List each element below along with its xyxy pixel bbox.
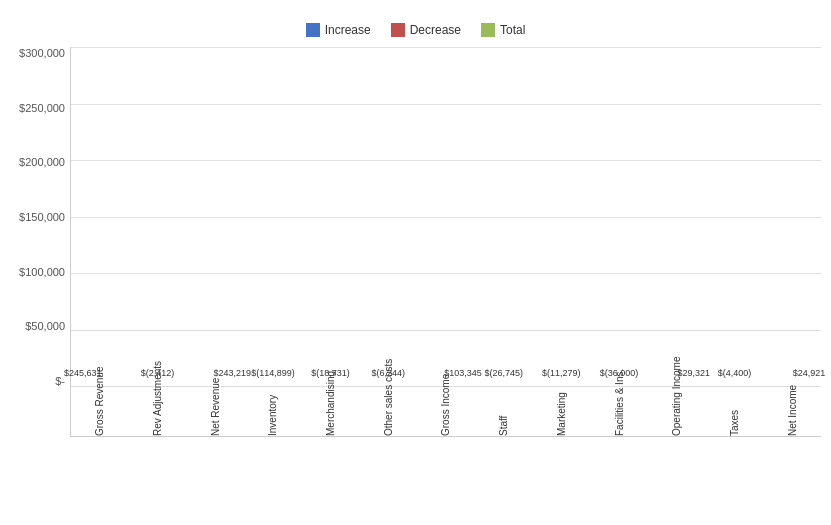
x-label-group: Net Revenue <box>186 386 244 436</box>
y-axis-label: $300,000 <box>19 47 65 59</box>
y-axis-label: $200,000 <box>19 156 65 168</box>
bar-value-label: $(4,400) <box>718 368 752 378</box>
x-label-group: Other sales costs <box>359 386 417 436</box>
x-axis-label: Rev Adjustments <box>152 391 163 436</box>
x-axis-label: Gross Income <box>440 391 451 436</box>
bars-area: $245,631$(2,412)$243,219$(114,899)$(18,7… <box>71 47 821 386</box>
legend-label: Total <box>500 23 525 37</box>
x-axis-label: Facilities & Ins. <box>614 391 625 436</box>
y-axis: $300,000$250,000$200,000$150,000$100,000… <box>10 47 70 437</box>
bar-value-label: $29,321 <box>677 368 710 378</box>
x-axis-label: Staff <box>498 391 509 436</box>
x-label-group: Facilities & Ins. <box>590 386 648 436</box>
legend-item: Total <box>481 23 525 37</box>
x-label-group: Net Income <box>763 386 821 436</box>
x-label-group: Rev Adjustments <box>129 386 187 436</box>
x-axis-label: Taxes <box>729 391 740 436</box>
x-label-group: Taxes <box>706 386 764 436</box>
bar-value-label: $24,921 <box>793 368 826 378</box>
x-label-group: Gross Revenue <box>71 386 129 436</box>
x-axis-label: Other sales costs <box>383 391 394 436</box>
legend-label: Increase <box>325 23 371 37</box>
y-axis-label: $250,000 <box>19 102 65 114</box>
legend-label: Decrease <box>410 23 461 37</box>
y-axis-label: $100,000 <box>19 266 65 278</box>
y-axis-label: $50,000 <box>25 320 65 332</box>
x-label-group: Staff <box>475 386 533 436</box>
chart-area: $300,000$250,000$200,000$150,000$100,000… <box>10 47 821 437</box>
chart-container: IncreaseDecreaseTotal $300,000$250,000$2… <box>0 0 831 525</box>
chart-body: $245,631$(2,412)$243,219$(114,899)$(18,7… <box>70 47 821 437</box>
legend-color-blue <box>306 23 320 37</box>
x-label-group: Merchandising <box>302 386 360 436</box>
x-axis-label: Operating Income <box>671 391 682 436</box>
legend-item: Increase <box>306 23 371 37</box>
x-axis-label: Marketing <box>556 391 567 436</box>
x-label-group: Gross Income <box>417 386 475 436</box>
y-axis-label: $150,000 <box>19 211 65 223</box>
x-axis-label: Inventory <box>267 391 278 436</box>
x-axis-label: Gross Revenue <box>94 391 105 436</box>
bar-value-label: $(26,745) <box>484 368 523 378</box>
bar-value-label: $(11,279) <box>542 368 581 378</box>
legend: IncreaseDecreaseTotal <box>10 23 821 37</box>
legend-item: Decrease <box>391 23 461 37</box>
bar-value-label: $(114,899) <box>251 368 295 378</box>
x-label-group: Inventory <box>244 386 302 436</box>
x-label-group: Operating Income <box>648 386 706 436</box>
legend-color-green <box>481 23 495 37</box>
x-axis-label: Net Income <box>787 391 798 436</box>
legend-color-red <box>391 23 405 37</box>
x-axis-label: Merchandising <box>325 391 336 436</box>
x-axis: Gross RevenueRev AdjustmentsNet RevenueI… <box>71 386 821 436</box>
x-axis-label: Net Revenue <box>210 391 221 436</box>
bar-value-label: $243,219 <box>213 368 251 378</box>
x-label-group: Marketing <box>533 386 591 436</box>
